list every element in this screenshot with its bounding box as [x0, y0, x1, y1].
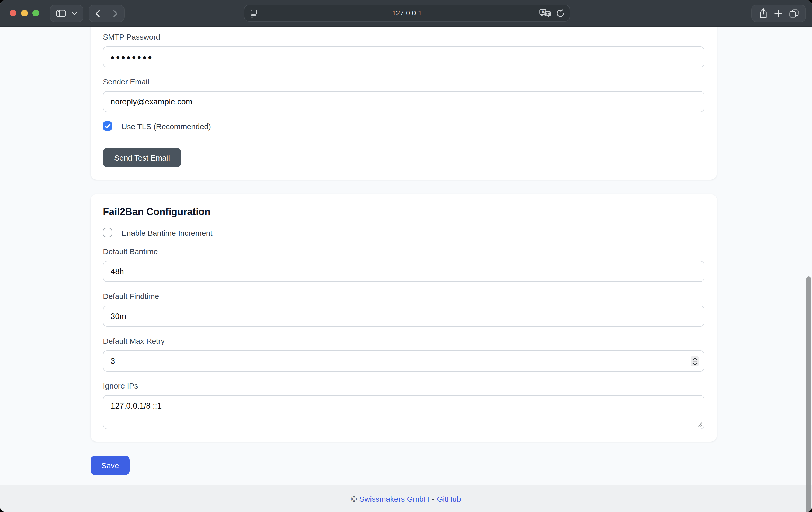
- default-bantime-label: Default Bantime: [103, 247, 704, 257]
- screen: 127.0.0.1 A: [0, 0, 812, 512]
- smtp-password-input[interactable]: [103, 46, 704, 67]
- plus-icon: [775, 9, 782, 17]
- default-findtime-input[interactable]: [103, 306, 704, 327]
- sidebar-button-group: [50, 5, 83, 22]
- close-window-button[interactable]: [10, 10, 17, 17]
- share-icon: [759, 8, 767, 19]
- sidebar-icon: [56, 9, 66, 18]
- footer-separator: -: [432, 494, 434, 503]
- default-findtime-label: Default Findtime: [103, 291, 704, 302]
- page-viewport: SMTP Password Sender Email Use TL: [0, 27, 812, 512]
- browser-toolbar: 127.0.0.1 A: [0, 0, 812, 27]
- back-icon: [95, 9, 100, 17]
- stepper-divider: [692, 361, 697, 362]
- window-controls: [10, 10, 39, 17]
- ignore-ips-textarea[interactable]: [103, 395, 704, 429]
- use-tls-label: Use TLS (Recommended): [121, 122, 211, 131]
- window-action-group: [751, 5, 806, 22]
- smtp-password-label: SMTP Password: [103, 32, 704, 42]
- new-tab-button[interactable]: [775, 9, 782, 17]
- sidebar-toggle-button[interactable]: [56, 9, 66, 18]
- tabs-icon: [789, 9, 799, 18]
- github-link[interactable]: GitHub: [437, 494, 461, 503]
- svg-text:A: A: [541, 10, 544, 14]
- address-bar[interactable]: 127.0.0.1 A: [244, 5, 570, 22]
- share-button[interactable]: [759, 8, 767, 19]
- translate-button[interactable]: A: [539, 9, 551, 18]
- sender-email-label: Sender Email: [103, 77, 704, 87]
- minimize-window-button[interactable]: [21, 10, 28, 17]
- chevron-down-icon: [71, 11, 77, 15]
- sender-email-input[interactable]: [103, 91, 704, 112]
- ignore-ips-label: Ignore IPs: [103, 381, 704, 391]
- use-tls-checkbox[interactable]: [103, 121, 112, 131]
- reload-icon: [556, 9, 564, 18]
- translate-icon: A: [539, 9, 551, 18]
- default-max-retry-input[interactable]: [103, 350, 704, 372]
- tab-overview-button[interactable]: [789, 9, 799, 18]
- default-bantime-input[interactable]: [103, 261, 704, 282]
- default-max-retry-label: Default Max Retry: [103, 336, 704, 346]
- fail2ban-title: Fail2Ban Configuration: [103, 206, 704, 218]
- copyright-symbol: ©: [351, 494, 357, 503]
- sidebar-menu-button[interactable]: [71, 11, 77, 15]
- nav-divider: [106, 8, 107, 19]
- send-test-email-button[interactable]: Send Test Email: [103, 148, 181, 167]
- url-text[interactable]: 127.0.0.1: [244, 9, 570, 17]
- page-footer: © Swissmakers GmbH - GitHub: [0, 485, 812, 512]
- smtp-settings-card: SMTP Password Sender Email Use TL: [91, 27, 717, 179]
- fail2ban-card: Fail2Ban Configuration Enable Bantime In…: [91, 194, 717, 442]
- scrollbar-thumb[interactable]: [806, 276, 811, 512]
- forward-button[interactable]: [113, 9, 118, 17]
- back-button[interactable]: [95, 9, 100, 17]
- nav-button-group: [88, 5, 124, 22]
- company-link[interactable]: Swissmakers GmbH: [359, 494, 429, 503]
- checkmark-icon: [105, 123, 111, 129]
- enable-bantime-increment-label: Enable Bantime Increment: [121, 228, 212, 237]
- enable-bantime-increment-checkbox[interactable]: [103, 228, 112, 237]
- chevron-up-icon: [692, 358, 697, 361]
- number-stepper[interactable]: [691, 356, 699, 366]
- chevron-down-icon: [692, 362, 697, 365]
- zoom-window-button[interactable]: [32, 10, 39, 17]
- reload-button[interactable]: [556, 9, 564, 18]
- browser-window: 127.0.0.1 A: [0, 0, 812, 512]
- forward-icon: [113, 9, 118, 17]
- save-button[interactable]: Save: [91, 456, 130, 475]
